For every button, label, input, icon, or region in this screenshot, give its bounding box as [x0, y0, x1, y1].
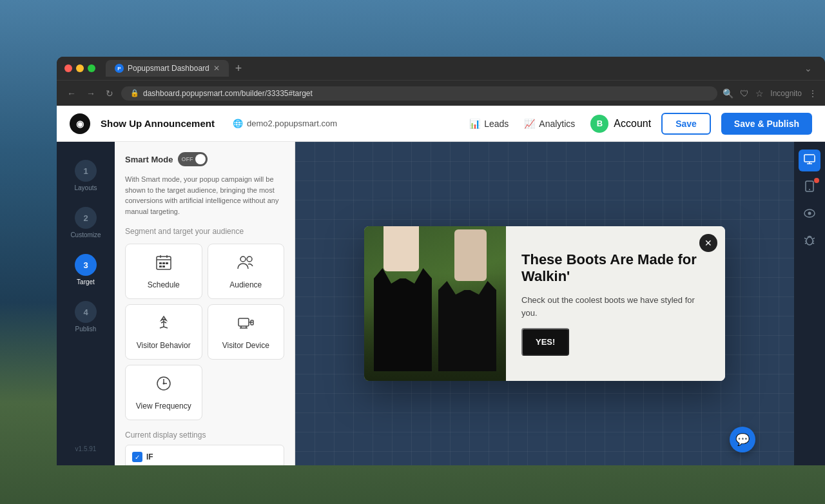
svg-line-30 — [813, 238, 815, 239]
maximize-window-btn[interactable] — [88, 64, 95, 72]
visitor-device-icon — [237, 314, 255, 336]
settings-title: Current display settings — [125, 431, 284, 440]
desktop-view-btn[interactable] — [799, 150, 820, 171]
active-tab[interactable]: P Popupsmart Dashboard ✕ — [106, 60, 229, 77]
if-label: IF — [146, 452, 153, 461]
account-label: Account — [614, 118, 651, 130]
account-nav[interactable]: B Account — [590, 115, 651, 133]
search-icon[interactable]: 🔍 — [723, 88, 733, 99]
visitor-behavior-icon — [155, 314, 173, 336]
tab-title: Popupsmart Dashboard — [128, 64, 209, 73]
mobile-icon — [805, 180, 814, 195]
popup-close-btn[interactable]: ✕ — [699, 234, 717, 252]
visitor-device-card[interactable]: Visitor Device — [208, 304, 285, 360]
minimize-window-btn[interactable] — [76, 64, 84, 72]
smart-mode-row: Smart Mode OFF — [125, 152, 284, 166]
audience-icon — [237, 253, 255, 275]
top-nav: ◉ Show Up Announcement 🌐 demo2.popupsmar… — [57, 106, 825, 142]
menu-icon[interactable]: ⋮ — [808, 88, 817, 99]
view-frequency-label: View Frequency — [136, 402, 191, 411]
url-text: dashboard.popupsmart.com/builder/33335#t… — [143, 89, 313, 98]
reload-btn[interactable]: ↻ — [103, 86, 116, 101]
analytics-link[interactable]: 📈 Analytics — [524, 119, 575, 129]
smart-mode-desc: With Smart mode, your popup campaign wil… — [125, 174, 284, 217]
mobile-dot — [814, 178, 819, 183]
save-publish-button[interactable]: Save & Publish — [721, 113, 812, 135]
step-publish[interactable]: 4 Publish — [57, 296, 115, 338]
visitor-device-label: Visitor Device — [222, 341, 269, 350]
chat-button[interactable]: 💬 — [730, 427, 755, 452]
display-settings-section: Current display settings ✓ IF Visitor's … — [115, 431, 295, 465]
svg-line-29 — [804, 238, 806, 239]
version-label: v1.5.91 — [75, 445, 97, 452]
close-window-btn[interactable] — [64, 64, 72, 72]
segment-title: Segment and target your audience — [125, 227, 284, 236]
traffic-lights — [64, 64, 95, 72]
svg-point-9 — [240, 257, 246, 262]
desktop-icon — [804, 153, 815, 168]
step-label-4: Publish — [75, 325, 97, 333]
schedule-card[interactable]: Schedule — [125, 244, 202, 299]
eye-icon — [804, 209, 815, 220]
audience-card[interactable]: Audience — [208, 244, 285, 299]
shield-icon[interactable]: 🛡 — [740, 88, 749, 99]
mobile-view-btn[interactable] — [799, 177, 820, 199]
main-content: 1 Layouts 2 Customize 3 Target 4 Publish… — [57, 142, 825, 465]
forward-btn[interactable]: → — [84, 86, 98, 101]
preview-btn[interactable] — [799, 204, 820, 226]
smart-mode-toggle[interactable]: OFF — [178, 152, 208, 166]
single-card-row: View Frequency — [125, 365, 284, 420]
step-customize[interactable]: 2 Customize — [57, 202, 115, 244]
profile-icon[interactable]: Incognito — [770, 89, 802, 98]
bookmark-icon[interactable]: ☆ — [755, 88, 764, 99]
tab-close-btn[interactable]: ✕ — [213, 64, 220, 73]
visitor-behavior-card[interactable]: Visitor Behavior — [125, 304, 202, 360]
step-target[interactable]: 3 Target — [57, 249, 115, 291]
analytics-label: Analytics — [539, 119, 575, 129]
step-layouts[interactable]: 1 Layouts — [57, 155, 115, 197]
logo-letter: ◉ — [76, 119, 84, 129]
site-url: 🌐 demo2.popupsmart.com — [233, 119, 337, 128]
svg-line-33 — [805, 243, 806, 244]
schedule-icon — [155, 253, 173, 275]
desktop-dot — [814, 151, 819, 156]
leads-label: Leads — [484, 119, 509, 129]
leads-link[interactable]: 📊 Leads — [469, 119, 509, 129]
tab-bar: P Popupsmart Dashboard ✕ + — [106, 60, 799, 77]
popup-content: ✕ These Boots Are Made for Walkin' Check… — [506, 226, 725, 381]
popup-cta-btn[interactable]: YES! — [521, 328, 569, 356]
svg-rect-11 — [238, 318, 249, 326]
address-bar[interactable]: 🔒 dashboard.popupsmart.com/builder/33335… — [121, 86, 717, 101]
window-controls: ⌄ — [804, 63, 817, 73]
app-container: ◉ Show Up Announcement 🌐 demo2.popupsmar… — [57, 106, 825, 465]
svg-point-28 — [806, 237, 813, 245]
audience-label: Audience — [229, 280, 262, 289]
popup-preview: ✕ These Boots Are Made for Walkin' Check… — [364, 226, 725, 381]
check-icon: ✓ — [132, 452, 142, 462]
popup-body: Check out the coolest boots we have styl… — [521, 294, 710, 319]
browser-actions: 🔍 🛡 ☆ Incognito ⋮ — [723, 88, 817, 99]
app-logo: ◉ — [70, 113, 90, 134]
back-btn[interactable]: ← — [64, 86, 79, 101]
new-tab-btn[interactable]: + — [231, 62, 246, 75]
tab-favicon: P — [115, 64, 124, 73]
svg-point-27 — [808, 212, 811, 215]
step-circle-2: 2 — [75, 207, 97, 229]
steps-sidebar: 1 Layouts 2 Customize 3 Target 4 Publish… — [57, 142, 115, 465]
smart-mode-label: Smart Mode — [125, 155, 173, 164]
svg-rect-6 — [166, 262, 168, 264]
popup-image — [364, 226, 506, 381]
view-frequency-card[interactable]: View Frequency — [125, 365, 202, 420]
svg-point-25 — [809, 189, 810, 190]
step-circle-1: 1 — [75, 160, 97, 182]
step-label-3: Target — [77, 278, 95, 286]
debug-btn[interactable] — [799, 231, 820, 253]
visitor-behavior-label: Visitor Behavior — [137, 341, 191, 350]
svg-rect-8 — [162, 266, 165, 267]
save-button[interactable]: Save — [661, 113, 711, 135]
if-row: ✓ IF — [132, 452, 277, 462]
settings-box: ✓ IF Visitor's device desktop, — [125, 445, 284, 465]
browser-toolbar: ← → ↻ 🔒 dashboard.popupsmart.com/builder… — [57, 80, 825, 106]
svg-line-34 — [813, 243, 814, 244]
svg-rect-4 — [159, 262, 162, 264]
